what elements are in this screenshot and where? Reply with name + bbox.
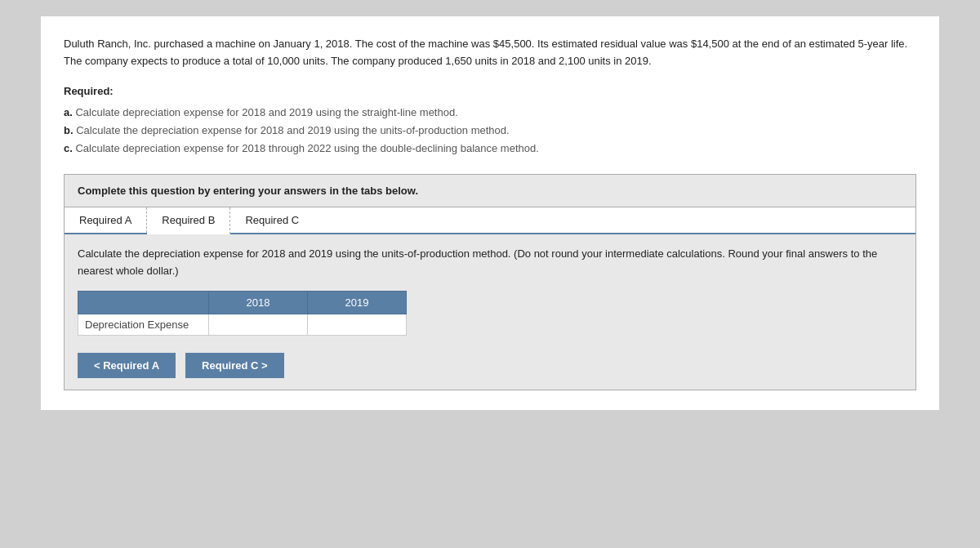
buttons-row: < Required A Required C > — [78, 353, 902, 378]
depreciation-2018-input[interactable] — [209, 314, 307, 335]
prev-button[interactable]: < Required A — [78, 353, 176, 378]
col-header-2018: 2018 — [209, 292, 308, 314]
required-list: a. Calculate depreciation expense for 20… — [64, 104, 916, 158]
tabs-row: Required A Required B Required C — [65, 207, 915, 234]
req-c-text: Calculate depreciation expense for 2018 … — [75, 142, 538, 154]
required-item-c: c. Calculate depreciation expense for 20… — [64, 140, 916, 158]
required-item-a: a. Calculate depreciation expense for 20… — [64, 104, 916, 122]
data-table-wrapper: 2018 2019 Depreciation Expense — [78, 291, 407, 336]
depreciation-2019-input[interactable] — [308, 314, 406, 335]
input-cell-2019[interactable] — [308, 314, 407, 336]
depreciation-table: 2018 2019 Depreciation Expense — [78, 291, 407, 336]
complete-box: Complete this question by entering your … — [64, 174, 916, 207]
required-item-b: b. Calculate the depreciation expense fo… — [64, 122, 916, 140]
req-b-text: Calculate the depreciation expense for 2… — [76, 124, 509, 136]
tabs-area: Required A Required B Required C Calcula… — [64, 207, 916, 391]
tab-b-content: Calculate the depreciation expense for 2… — [65, 234, 915, 390]
input-cell-2018[interactable] — [209, 314, 308, 336]
table-row-depreciation: Depreciation Expense — [78, 314, 407, 336]
col-header-label — [78, 292, 209, 314]
tab-required-a[interactable]: Required A — [65, 207, 147, 233]
req-a-letter: a. — [64, 106, 75, 118]
page-container: Duluth Ranch, Inc. purchased a machine o… — [41, 16, 939, 410]
tab-required-b[interactable]: Required B — [147, 207, 230, 234]
tab-required-c[interactable]: Required C — [230, 207, 314, 233]
problem-text: Duluth Ranch, Inc. purchased a machine o… — [64, 36, 916, 70]
req-a-text: Calculate depreciation expense for 2018 … — [75, 106, 457, 118]
row-label-depreciation: Depreciation Expense — [78, 314, 209, 336]
req-c-letter: c. — [64, 142, 75, 154]
complete-box-text: Complete this question by entering your … — [78, 185, 418, 197]
tab-b-instruction: Calculate the depreciation expense for 2… — [78, 246, 902, 280]
req-b-letter: b. — [64, 124, 76, 136]
next-button[interactable]: Required C > — [185, 353, 284, 378]
required-heading: Required: — [64, 85, 916, 97]
col-header-2019: 2019 — [308, 292, 407, 314]
